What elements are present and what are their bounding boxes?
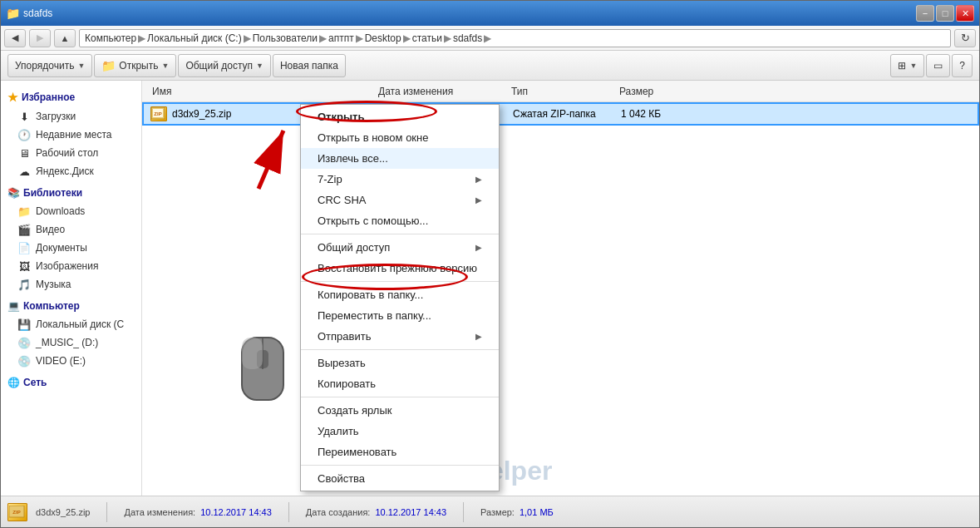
path-segment: Desktop	[365, 32, 401, 44]
status-size-value: 1,01 МБ	[520, 507, 554, 517]
context-menu-separator	[301, 234, 499, 234]
close-button[interactable]: ✕	[956, 5, 974, 22]
submenu-arrow-icon: ▶	[475, 175, 482, 184]
title-bar-left: 📁 sdafds	[6, 7, 52, 20]
star-icon: ★	[7, 91, 18, 104]
file-name: d3dx9_25.zip	[172, 108, 231, 120]
status-file-info: ZIP d3dx9_25.zip	[7, 503, 90, 521]
submenu-arrow-icon: ▶	[475, 243, 482, 252]
status-bar: ZIP d3dx9_25.zip Дата изменения: 10.12.2…	[1, 496, 979, 527]
context-menu-item-4[interactable]: CRC SHA▶	[301, 190, 499, 210]
column-headers: Имя Дата изменения Тип Размер	[142, 81, 979, 102]
disk-icon: 💾	[17, 318, 31, 331]
refresh-button[interactable]: ↻	[954, 29, 976, 47]
context-menu-separator	[301, 281, 499, 282]
context-menu-item-10[interactable]: Отправить▶	[301, 326, 499, 347]
context-menu-item-15[interactable]: Переименовать	[301, 442, 499, 462]
svg-rect-8	[242, 338, 263, 369]
col-name-header[interactable]: Имя	[145, 86, 378, 97]
col-type-header[interactable]: Тип	[511, 86, 619, 97]
context-menu-item-1[interactable]: Открыть в новом окне	[301, 127, 499, 148]
address-bar: ◀ ▶ ▲ Компьютер ▶ Локальный диск (C:) ▶ …	[1, 26, 979, 51]
sidebar-item-video[interactable]: 🎬 Видео	[1, 220, 141, 239]
library-icon: 📚	[7, 187, 20, 199]
network-icon: 🌐	[7, 377, 20, 388]
address-path[interactable]: Компьютер ▶ Локальный диск (C:) ▶ Пользо…	[79, 29, 951, 47]
sidebar-network-header[interactable]: 🌐 Сеть	[1, 373, 141, 392]
new-folder-button[interactable]: Новая папка	[273, 54, 346, 77]
sidebar-item-images[interactable]: 🖼 Изображения	[1, 257, 141, 275]
status-created-value: 10.12.2017 14:43	[375, 507, 446, 517]
desktop-icon: 🖥	[17, 146, 31, 160]
context-menu-item-13[interactable]: Создать ярлык	[301, 400, 499, 421]
status-size-label: Размер:	[480, 507, 515, 517]
sidebar-libraries-header[interactable]: 📚 Библиотеки	[1, 184, 141, 202]
back-button[interactable]: ◀	[4, 29, 26, 47]
minimize-button[interactable]: −	[916, 5, 934, 22]
maximize-button[interactable]: □	[936, 5, 954, 22]
sidebar-item-downloads[interactable]: ⬇ Загрузки	[1, 107, 141, 126]
sidebar-item-desktop[interactable]: 🖥 Рабочий стол	[1, 144, 141, 162]
sidebar-item-downloads2[interactable]: 📁 Downloads	[1, 202, 141, 220]
downloads-icon: ⬇	[17, 110, 31, 123]
col-size-header[interactable]: Размер	[619, 86, 702, 97]
network-section: 🌐 Сеть	[1, 373, 141, 392]
sidebar-computer-header[interactable]: 💻 Компьютер	[1, 297, 141, 315]
submenu-arrow-icon: ▶	[475, 195, 482, 205]
context-menu-item-8[interactable]: Копировать в папку...	[301, 284, 499, 305]
up-button[interactable]: ▲	[54, 29, 76, 47]
sidebar: ★ Избранное ⬇ Загрузки 🕐 Недавние места …	[1, 81, 142, 496]
sidebar-item-docs[interactable]: 📄 Документы	[1, 239, 141, 257]
context-menu-item-16[interactable]: Свойства	[301, 468, 499, 489]
context-menu-separator	[301, 397, 499, 397]
context-menu-item-11[interactable]: Вырезать	[301, 353, 499, 373]
details-pane-button[interactable]: ▭	[926, 54, 950, 77]
col-date-header[interactable]: Дата изменения	[378, 86, 511, 97]
open-button[interactable]: 📁 Открыть ▼	[94, 54, 176, 77]
share-button[interactable]: Общий доступ ▼	[178, 54, 271, 77]
status-modified: Дата изменения: 10.12.2017 14:43	[124, 507, 271, 517]
context-menu-item-2[interactable]: Извлечь все...	[301, 148, 499, 169]
sidebar-item-music[interactable]: 🎵 Музыка	[1, 275, 141, 294]
forward-button[interactable]: ▶	[29, 29, 51, 47]
status-size: Размер: 1,01 МБ	[480, 507, 554, 517]
favorites-label: Избранное	[22, 91, 75, 103]
explorer-window: 📁 sdafds − □ ✕ ◀ ▶ ▲ Компьютер ▶ Локальн…	[0, 0, 980, 528]
path-segment: аптпт	[328, 32, 354, 44]
favorites-section: ★ Избранное ⬇ Загрузки 🕐 Недавние места …	[1, 87, 141, 180]
context-menu-item-14[interactable]: Удалить	[301, 421, 499, 442]
sidebar-item-recent[interactable]: 🕐 Недавние места	[1, 126, 141, 144]
view-button[interactable]: ⊞ ▼	[890, 54, 924, 77]
path-segment: sdafds	[453, 32, 482, 44]
title-bar-controls: − □ ✕	[916, 5, 974, 22]
status-modified-label: Дата изменения:	[124, 507, 195, 517]
svg-text:ZIP: ZIP	[154, 111, 161, 116]
status-created: Дата создания: 10.12.2017 14:43	[306, 507, 446, 517]
status-file-name: d3dx9_25.zip	[36, 507, 90, 517]
sidebar-item-yadisk[interactable]: ☁ Яндекс.Диск	[1, 162, 141, 180]
path-segment: Пользователи	[253, 32, 318, 44]
status-file-icon: ZIP	[7, 503, 27, 521]
status-created-label: Дата создания:	[306, 507, 371, 517]
svg-text:ZIP: ZIP	[12, 510, 20, 515]
sidebar-item-video-e[interactable]: 💿 VIDEO (E:)	[1, 352, 141, 370]
sidebar-favorites-header[interactable]: ★ Избранное	[1, 87, 141, 107]
window-title: sdafds	[23, 7, 52, 19]
context-menu-item-0[interactable]: Открыть	[301, 106, 499, 127]
sidebar-item-local-c[interactable]: 💾 Локальный диск (С	[1, 315, 141, 333]
context-menu-item-7[interactable]: Восстановить прежнюю версию	[301, 258, 499, 279]
sidebar-item-music-d[interactable]: 💿 _MUSIC_ (D:)	[1, 333, 141, 352]
organize-button[interactable]: Упорядочить ▼	[7, 54, 92, 77]
path-segment: Компьютер	[85, 32, 136, 44]
mouse-illustration	[234, 329, 292, 404]
context-menu-item-6[interactable]: Общий доступ▶	[301, 237, 499, 258]
submenu-arrow-icon: ▶	[475, 332, 482, 341]
context-menu-item-12[interactable]: Копировать	[301, 373, 499, 394]
context-menu-item-9[interactable]: Переместить в папку...	[301, 305, 499, 326]
context-menu-item-5[interactable]: Открыть с помощью...	[301, 210, 499, 231]
status-modified-value: 10.12.2017 14:43	[200, 507, 272, 517]
docs-icon: 📄	[17, 241, 31, 254]
context-menu-item-3[interactable]: 7-Zip▶	[301, 169, 499, 190]
file-row[interactable]: ZIP d3dx9_25.zip 10.12.2017 14:43 Сжатая…	[142, 102, 979, 126]
help-button[interactable]: ?	[952, 54, 973, 77]
